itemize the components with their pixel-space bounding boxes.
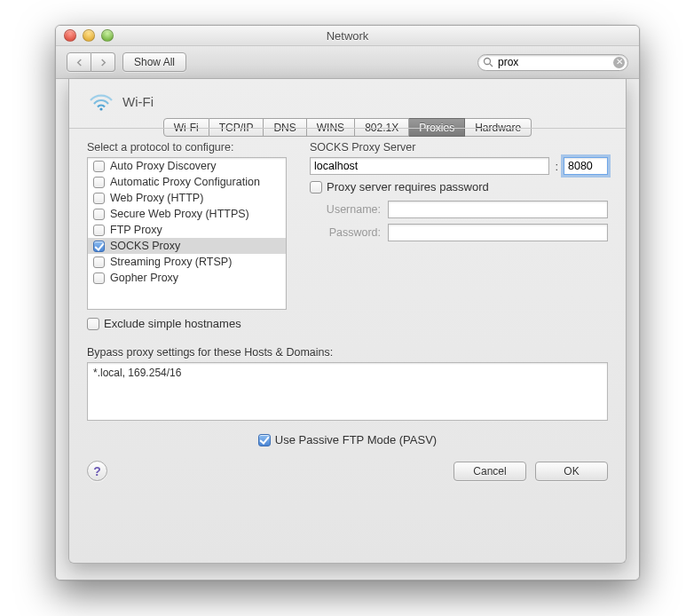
ok-button[interactable]: OK xyxy=(535,462,608,481)
window-title: Network xyxy=(56,29,639,43)
traffic-lights xyxy=(56,29,114,42)
protocol-list[interactable]: Auto Proxy DiscoveryAutomatic Proxy Conf… xyxy=(87,157,287,310)
chevron-left-icon xyxy=(75,59,83,67)
protocol-checkbox[interactable] xyxy=(93,209,105,220)
username-label: Username: xyxy=(310,203,381,216)
protocol-label: SOCKS Proxy xyxy=(110,240,180,252)
protocol-checkbox[interactable] xyxy=(93,193,105,204)
svg-point-2 xyxy=(99,107,102,110)
password-label: Password: xyxy=(310,226,381,239)
protocol-row[interactable]: SOCKS Proxy xyxy=(88,238,286,254)
requires-password-checkbox[interactable] xyxy=(310,181,322,193)
help-button[interactable]: ? xyxy=(87,461,107,481)
protocol-row[interactable]: Auto Proxy Discovery xyxy=(88,158,286,174)
protocol-row[interactable]: Web Proxy (HTTP) xyxy=(88,190,286,206)
protocol-row[interactable]: Secure Web Proxy (HTTPS) xyxy=(88,206,286,222)
connection-name: Wi-Fi xyxy=(122,94,154,109)
protocol-heading: Select a protocol to configure: xyxy=(87,141,287,154)
bypass-textarea[interactable] xyxy=(87,362,608,421)
requires-password-label: Proxy server requires password xyxy=(327,180,489,193)
cancel-button[interactable]: Cancel xyxy=(453,462,526,481)
search-icon xyxy=(483,57,493,69)
protocol-label: Streaming Proxy (RTSP) xyxy=(110,256,232,268)
nav-forward-button[interactable] xyxy=(91,52,115,72)
protocol-label: Secure Web Proxy (HTTPS) xyxy=(110,208,249,220)
protocol-checkbox[interactable] xyxy=(93,177,105,188)
nav-segmented xyxy=(67,52,115,72)
search-input[interactable] xyxy=(477,54,628,71)
sheet-backdrop: Wi-Fi Wi-FiTCP/IPDNSWINS802.1XProxiesHar… xyxy=(56,79,639,580)
passive-ftp-checkbox[interactable] xyxy=(258,434,271,446)
titlebar: Network xyxy=(56,26,639,46)
protocol-checkbox[interactable] xyxy=(93,225,105,236)
close-window-button[interactable] xyxy=(64,29,76,42)
protocol-label: Automatic Proxy Configuration xyxy=(110,176,260,188)
proxy-port-input[interactable] xyxy=(564,157,608,175)
protocol-row[interactable]: Streaming Proxy (RTSP) xyxy=(88,254,286,270)
clear-search-button[interactable]: ✕ xyxy=(613,57,625,68)
protocol-label: Gopher Proxy xyxy=(110,272,178,284)
bypass-label: Bypass proxy settings for these Hosts & … xyxy=(87,346,608,359)
proxy-server-heading: SOCKS Proxy Server xyxy=(310,141,608,154)
chevron-right-icon xyxy=(99,59,107,67)
host-port-separator: : xyxy=(555,160,558,173)
minimize-window-button[interactable] xyxy=(83,29,95,42)
toolbar: Show All ✕ xyxy=(56,46,639,79)
search-field-container: ✕ xyxy=(477,54,628,71)
connection-header: Wi-Fi xyxy=(87,88,608,118)
protocol-checkbox[interactable] xyxy=(93,241,105,252)
passive-ftp-label: Use Passive FTP Mode (PASV) xyxy=(275,433,437,446)
protocol-row[interactable]: Automatic Proxy Configuration xyxy=(88,174,286,190)
exclude-simple-label: Exclude simple hostnames xyxy=(104,317,241,330)
nav-back-button[interactable] xyxy=(67,52,91,72)
preferences-window: Network Show All ✕ xyxy=(55,25,640,580)
protocol-checkbox[interactable] xyxy=(93,257,105,268)
proxies-sheet: Wi-Fi Wi-FiTCP/IPDNSWINS802.1XProxiesHar… xyxy=(68,79,627,564)
svg-point-0 xyxy=(485,58,491,64)
username-input[interactable] xyxy=(388,201,608,218)
protocol-checkbox[interactable] xyxy=(93,161,105,172)
zoom-window-button[interactable] xyxy=(101,29,114,42)
protocol-label: Web Proxy (HTTP) xyxy=(110,192,203,204)
protocol-checkbox[interactable] xyxy=(93,272,105,284)
wifi-icon xyxy=(89,91,114,111)
protocol-row[interactable]: Gopher Proxy xyxy=(88,270,286,286)
proxy-host-input[interactable] xyxy=(310,157,549,175)
protocol-label: FTP Proxy xyxy=(110,224,162,236)
password-input[interactable] xyxy=(388,224,608,241)
show-all-button[interactable]: Show All xyxy=(122,52,186,72)
exclude-simple-checkbox[interactable] xyxy=(87,318,99,330)
svg-line-1 xyxy=(490,64,493,67)
protocol-row[interactable]: FTP Proxy xyxy=(88,222,286,238)
protocol-label: Auto Proxy Discovery xyxy=(110,160,216,172)
